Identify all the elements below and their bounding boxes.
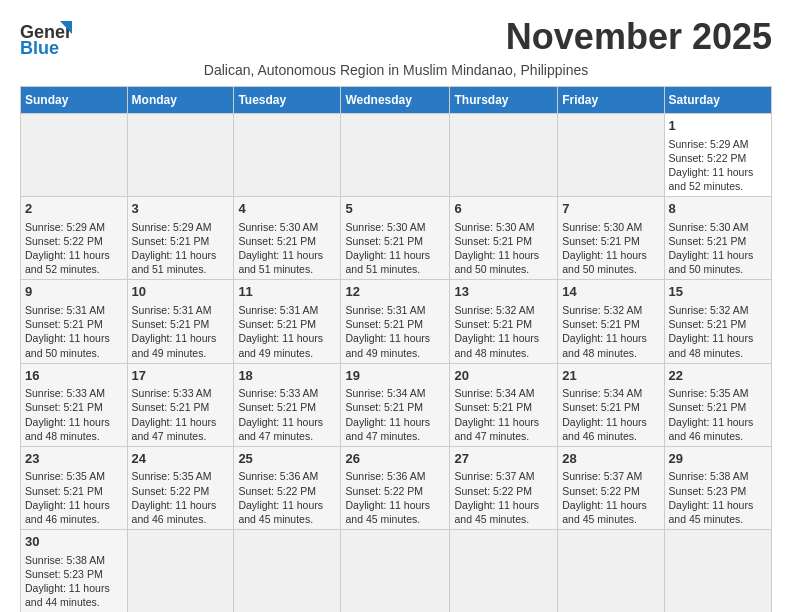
- calendar-cell: 11Sunrise: 5:31 AMSunset: 5:21 PMDayligh…: [234, 280, 341, 363]
- cell-info-line: Sunrise: 5:29 AM: [669, 137, 767, 151]
- calendar-cell: 18Sunrise: 5:33 AMSunset: 5:21 PMDayligh…: [234, 363, 341, 446]
- calendar-cell: 13Sunrise: 5:32 AMSunset: 5:21 PMDayligh…: [450, 280, 558, 363]
- cell-info-line: and 47 minutes.: [132, 429, 230, 443]
- calendar-cell: 10Sunrise: 5:31 AMSunset: 5:21 PMDayligh…: [127, 280, 234, 363]
- cell-info-line: Sunrise: 5:33 AM: [238, 386, 336, 400]
- cell-info-line: and 48 minutes.: [25, 429, 123, 443]
- cell-info-line: Daylight: 11 hours: [454, 415, 553, 429]
- calendar-week-5: 23Sunrise: 5:35 AMSunset: 5:21 PMDayligh…: [21, 446, 772, 529]
- cell-info-line: Sunset: 5:21 PM: [238, 400, 336, 414]
- cell-info-line: and 51 minutes.: [238, 262, 336, 276]
- cell-info-line: and 52 minutes.: [669, 179, 767, 193]
- cell-info-line: and 50 minutes.: [669, 262, 767, 276]
- calendar-cell: [234, 530, 341, 612]
- day-number: 28: [562, 450, 659, 468]
- cell-info-line: and 48 minutes.: [454, 346, 553, 360]
- day-number: 12: [345, 283, 445, 301]
- cell-info-line: and 47 minutes.: [454, 429, 553, 443]
- cell-info-line: Daylight: 11 hours: [562, 498, 659, 512]
- cell-info-line: Sunset: 5:21 PM: [238, 317, 336, 331]
- cell-info-line: and 47 minutes.: [345, 429, 445, 443]
- calendar-table: SundayMondayTuesdayWednesdayThursdayFrid…: [20, 86, 772, 612]
- cell-info-line: Sunset: 5:22 PM: [562, 484, 659, 498]
- cell-info-line: Sunrise: 5:30 AM: [238, 220, 336, 234]
- cell-info-line: and 45 minutes.: [238, 512, 336, 526]
- cell-info-line: Sunrise: 5:30 AM: [562, 220, 659, 234]
- cell-info-line: Sunrise: 5:34 AM: [562, 386, 659, 400]
- day-number: 16: [25, 367, 123, 385]
- cell-info-line: Daylight: 11 hours: [562, 248, 659, 262]
- calendar-cell: 29Sunrise: 5:38 AMSunset: 5:23 PMDayligh…: [664, 446, 771, 529]
- cell-info-line: and 46 minutes.: [562, 429, 659, 443]
- calendar-cell: [558, 530, 664, 612]
- day-number: 11: [238, 283, 336, 301]
- cell-info-line: Sunrise: 5:30 AM: [669, 220, 767, 234]
- cell-info-line: and 48 minutes.: [562, 346, 659, 360]
- cell-info-line: and 52 minutes.: [25, 262, 123, 276]
- cell-info-line: Sunrise: 5:34 AM: [454, 386, 553, 400]
- cell-info-line: Daylight: 11 hours: [345, 415, 445, 429]
- calendar-cell: [558, 114, 664, 197]
- day-number: 26: [345, 450, 445, 468]
- cell-info-line: Sunrise: 5:30 AM: [454, 220, 553, 234]
- cell-info-line: Sunset: 5:21 PM: [669, 317, 767, 331]
- cell-info-line: Sunrise: 5:34 AM: [345, 386, 445, 400]
- calendar-week-6: 30Sunrise: 5:38 AMSunset: 5:23 PMDayligh…: [21, 530, 772, 612]
- cell-info-line: Sunset: 5:22 PM: [238, 484, 336, 498]
- cell-info-line: Sunset: 5:22 PM: [345, 484, 445, 498]
- cell-info-line: Daylight: 11 hours: [132, 331, 230, 345]
- calendar-cell: 1Sunrise: 5:29 AMSunset: 5:22 PMDaylight…: [664, 114, 771, 197]
- calendar-cell: 21Sunrise: 5:34 AMSunset: 5:21 PMDayligh…: [558, 363, 664, 446]
- day-number: 18: [238, 367, 336, 385]
- cell-info-line: Sunrise: 5:32 AM: [562, 303, 659, 317]
- cell-info-line: Sunset: 5:21 PM: [132, 317, 230, 331]
- calendar-cell: [21, 114, 128, 197]
- cell-info-line: Daylight: 11 hours: [454, 331, 553, 345]
- cell-info-line: Sunrise: 5:32 AM: [669, 303, 767, 317]
- logo-icon: General Blue: [20, 16, 72, 56]
- title-block: November 2025: [506, 16, 772, 58]
- calendar-cell: 24Sunrise: 5:35 AMSunset: 5:22 PMDayligh…: [127, 446, 234, 529]
- day-number: 3: [132, 200, 230, 218]
- day-number: 25: [238, 450, 336, 468]
- day-number: 20: [454, 367, 553, 385]
- cell-info-line: Sunset: 5:21 PM: [345, 317, 445, 331]
- cell-info-line: and 49 minutes.: [238, 346, 336, 360]
- cell-info-line: Sunset: 5:21 PM: [454, 400, 553, 414]
- cell-info-line: Daylight: 11 hours: [345, 331, 445, 345]
- calendar-cell: 17Sunrise: 5:33 AMSunset: 5:21 PMDayligh…: [127, 363, 234, 446]
- day-number: 2: [25, 200, 123, 218]
- cell-info-line: and 49 minutes.: [345, 346, 445, 360]
- cell-info-line: Daylight: 11 hours: [454, 248, 553, 262]
- cell-info-line: Sunrise: 5:32 AM: [454, 303, 553, 317]
- calendar-cell: 4Sunrise: 5:30 AMSunset: 5:21 PMDaylight…: [234, 197, 341, 280]
- cell-info-line: Sunrise: 5:37 AM: [562, 469, 659, 483]
- cell-info-line: and 48 minutes.: [669, 346, 767, 360]
- cell-info-line: Sunrise: 5:33 AM: [132, 386, 230, 400]
- cell-info-line: Sunrise: 5:31 AM: [132, 303, 230, 317]
- cell-info-line: Sunset: 5:21 PM: [25, 400, 123, 414]
- cell-info-line: Daylight: 11 hours: [132, 415, 230, 429]
- calendar-cell: 12Sunrise: 5:31 AMSunset: 5:21 PMDayligh…: [341, 280, 450, 363]
- calendar-cell: 26Sunrise: 5:36 AMSunset: 5:22 PMDayligh…: [341, 446, 450, 529]
- calendar-cell: 9Sunrise: 5:31 AMSunset: 5:21 PMDaylight…: [21, 280, 128, 363]
- cell-info-line: and 51 minutes.: [132, 262, 230, 276]
- cell-info-line: Daylight: 11 hours: [238, 331, 336, 345]
- calendar-cell: [450, 530, 558, 612]
- cell-info-line: Daylight: 11 hours: [132, 498, 230, 512]
- day-number: 7: [562, 200, 659, 218]
- calendar-cell: 16Sunrise: 5:33 AMSunset: 5:21 PMDayligh…: [21, 363, 128, 446]
- day-number: 15: [669, 283, 767, 301]
- cell-info-line: Sunrise: 5:33 AM: [25, 386, 123, 400]
- day-number: 19: [345, 367, 445, 385]
- cell-info-line: Sunset: 5:21 PM: [562, 234, 659, 248]
- day-number: 29: [669, 450, 767, 468]
- day-number: 1: [669, 117, 767, 135]
- cell-info-line: Daylight: 11 hours: [25, 498, 123, 512]
- cell-info-line: Sunset: 5:22 PM: [25, 234, 123, 248]
- cell-info-line: Sunset: 5:21 PM: [562, 317, 659, 331]
- logo-wrapper: General Blue: [20, 16, 72, 56]
- calendar-cell: 23Sunrise: 5:35 AMSunset: 5:21 PMDayligh…: [21, 446, 128, 529]
- weekday-header-row: SundayMondayTuesdayWednesdayThursdayFrid…: [21, 87, 772, 114]
- calendar-cell: 8Sunrise: 5:30 AMSunset: 5:21 PMDaylight…: [664, 197, 771, 280]
